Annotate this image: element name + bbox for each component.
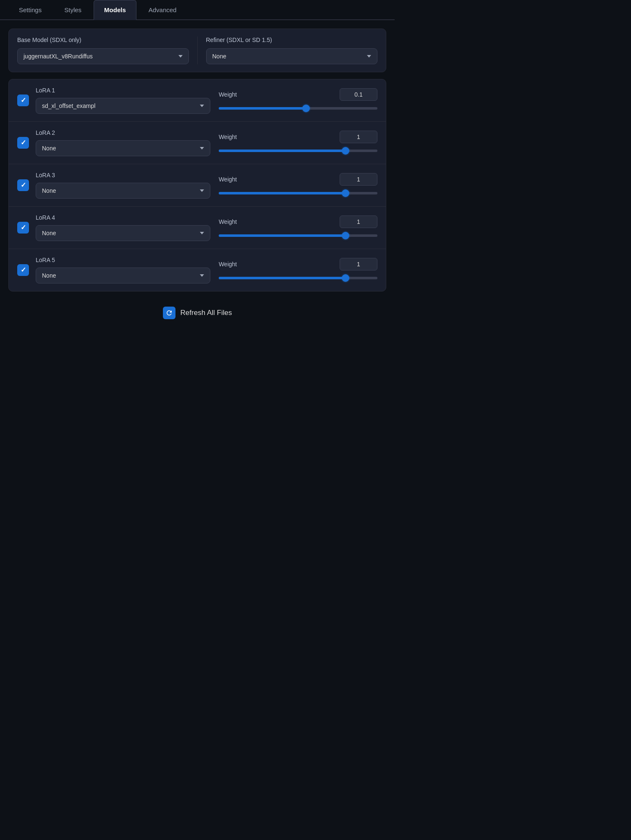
lora-3-slider-thumb[interactable] [342, 189, 349, 197]
lora-3-slider-fill [219, 192, 346, 194]
base-model-left: Base Model (SDXL only) juggernautXL_v8Ru… [17, 37, 198, 64]
lora-2-controls: LoRA 2 None Weight [36, 129, 377, 156]
lora-3-weight-row: Weight [219, 173, 377, 186]
refiner-dropdown[interactable]: None [206, 48, 378, 64]
lora-2-left: LoRA 2 None [36, 129, 210, 156]
tab-settings[interactable]: Settings [8, 0, 52, 19]
lora-5-slider-container [219, 274, 377, 282]
lora-3-model-value: None [42, 187, 56, 194]
lora-2-slider-thumb[interactable] [342, 147, 349, 155]
lora-5-left: LoRA 5 None [36, 257, 210, 284]
lora-4-weight-label: Weight [219, 218, 237, 225]
lora-4-model-value: None [42, 230, 56, 236]
lora-1-left: LoRA 1 sd_xl_offset_exampl [36, 87, 210, 114]
lora-5-right: Weight [219, 258, 377, 282]
lora-row-2: ✓ LoRA 2 None Weight [9, 122, 386, 164]
refresh-section: Refresh All Files [8, 298, 386, 328]
lora-5-dropdown[interactable]: None [36, 268, 210, 284]
lora-3-checkbox[interactable]: ✓ [17, 179, 29, 191]
lora-2-checkbox[interactable]: ✓ [17, 137, 29, 149]
lora-1-weight-input[interactable] [340, 88, 377, 101]
lora-4-slider-thumb[interactable] [342, 232, 349, 239]
refiner-label: Refiner (SDXL or SD 1.5) [206, 37, 378, 43]
refiner-right: Refiner (SDXL or SD 1.5) None [198, 37, 378, 64]
lora-3-slider-track [219, 192, 377, 194]
lora-2-model-value: None [42, 145, 56, 152]
lora-1-slider-track [219, 107, 377, 110]
tab-models[interactable]: Models [94, 0, 136, 20]
lora-4-weight-input[interactable] [340, 215, 377, 228]
lora-5-slider-thumb[interactable] [342, 274, 349, 282]
lora-3-dropdown[interactable]: None [36, 183, 210, 199]
lora-2-title: LoRA 2 [36, 129, 210, 136]
lora-2-slider-fill [219, 150, 346, 152]
lora-3-right: Weight [219, 173, 377, 197]
refresh-svg [165, 309, 173, 317]
lora-4-slider-container [219, 231, 377, 240]
lora-4-checkbox[interactable]: ✓ [17, 222, 29, 234]
tab-styles[interactable]: Styles [54, 0, 92, 19]
lora-5-checkbox[interactable]: ✓ [17, 264, 29, 276]
main-content: Base Model (SDXL only) juggernautXL_v8Ru… [0, 20, 395, 336]
lora-1-slider-thumb[interactable] [302, 105, 310, 112]
lora-5-slider-fill [219, 277, 346, 279]
lora-3-controls: LoRA 3 None Weight [36, 172, 377, 199]
lora-4-title: LoRA 4 [36, 214, 210, 221]
lora-4-dropdown[interactable]: None [36, 225, 210, 241]
lora-4-controls: LoRA 4 None Weight [36, 214, 377, 241]
lora-1-model-value: sd_xl_offset_exampl [42, 102, 95, 109]
lora-5-weight-label: Weight [219, 261, 237, 268]
lora-3-title: LoRA 3 [36, 172, 210, 178]
lora-4-slider-fill [219, 234, 346, 237]
refiner-value: None [212, 53, 226, 60]
lora-4-dropdown-arrow [200, 232, 204, 234]
lora-container: ✓ LoRA 1 sd_xl_offset_exampl Weight [8, 79, 386, 291]
lora-3-check-icon: ✓ [21, 182, 26, 189]
lora-5-weight-row: Weight [219, 258, 377, 270]
lora-5-check-icon: ✓ [21, 267, 26, 273]
base-model-label: Base Model (SDXL only) [17, 37, 189, 43]
lora-2-dropdown-arrow [200, 147, 204, 150]
lora-5-dropdown-arrow [200, 274, 204, 277]
lora-row-3: ✓ LoRA 3 None Weight [9, 164, 386, 207]
base-model-dropdown-arrow [178, 55, 183, 58]
lora-4-slider-track [219, 234, 377, 237]
lora-3-weight-input[interactable] [340, 173, 377, 186]
lora-5-weight-input[interactable] [340, 258, 377, 270]
refresh-button-label[interactable]: Refresh All Files [181, 309, 232, 317]
base-model-value: juggernautXL_v8Rundiffus [24, 53, 93, 60]
lora-1-dropdown[interactable]: sd_xl_offset_exampl [36, 98, 210, 114]
lora-1-checkbox[interactable]: ✓ [17, 94, 29, 106]
lora-5-title: LoRA 5 [36, 257, 210, 263]
tab-advanced[interactable]: Advanced [138, 0, 187, 19]
lora-2-weight-label: Weight [219, 134, 237, 140]
app-container: Settings Styles Models Advanced Base Mod… [0, 0, 395, 336]
lora-3-dropdown-arrow [200, 189, 204, 192]
lora-1-check-icon: ✓ [21, 97, 26, 104]
tab-bar: Settings Styles Models Advanced [0, 0, 395, 20]
lora-3-slider-container [219, 189, 377, 197]
lora-5-slider-track [219, 277, 377, 279]
lora-4-weight-row: Weight [219, 215, 377, 228]
lora-2-check-icon: ✓ [21, 139, 26, 146]
lora-4-left: LoRA 4 None [36, 214, 210, 241]
lora-2-weight-input[interactable] [340, 131, 377, 143]
lora-5-model-value: None [42, 272, 56, 279]
lora-1-title: LoRA 1 [36, 87, 210, 94]
lora-5-controls: LoRA 5 None Weight [36, 257, 377, 284]
lora-1-weight-row: Weight [219, 88, 377, 101]
lora-row-4: ✓ LoRA 4 None Weight [9, 207, 386, 249]
lora-2-slider-container [219, 147, 377, 155]
lora-2-dropdown[interactable]: None [36, 140, 210, 156]
base-model-row: Base Model (SDXL only) juggernautXL_v8Ru… [17, 37, 377, 64]
lora-3-left: LoRA 3 None [36, 172, 210, 199]
lora-4-check-icon: ✓ [21, 224, 26, 231]
lora-1-slider-fill [219, 107, 306, 110]
lora-1-controls: LoRA 1 sd_xl_offset_exampl Weight [36, 87, 377, 114]
refiner-dropdown-arrow [367, 55, 371, 58]
lora-2-slider-track [219, 150, 377, 152]
lora-2-weight-row: Weight [219, 131, 377, 143]
lora-1-dropdown-arrow [200, 105, 204, 107]
refresh-icon [163, 307, 175, 319]
base-model-dropdown[interactable]: juggernautXL_v8Rundiffus [17, 48, 189, 64]
